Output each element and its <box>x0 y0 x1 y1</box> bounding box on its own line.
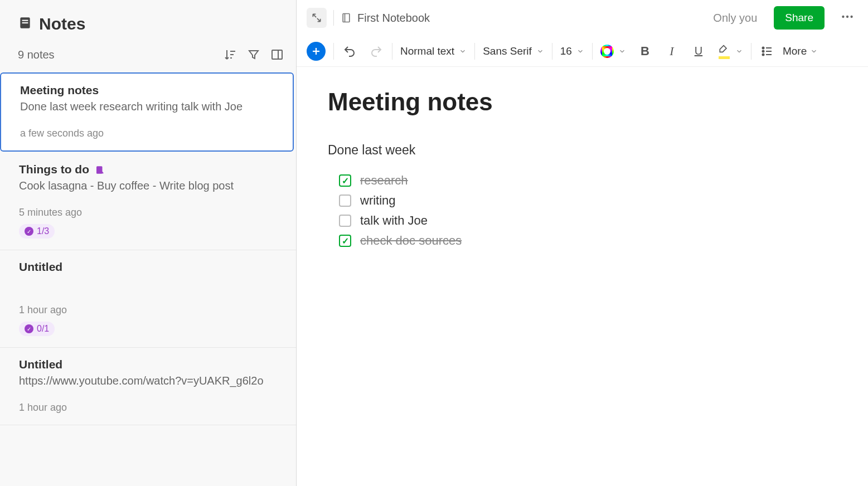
sidebar-subheader: 9 notes <box>0 41 296 71</box>
checklist-item[interactable]: ✓check doc sources <box>339 234 837 248</box>
more-formatting-button[interactable]: More <box>783 45 820 57</box>
chevron-down-icon <box>810 47 818 55</box>
checklist[interactable]: ✓researchwritingtalk with Joe✓check doc … <box>328 173 837 248</box>
note-item[interactable]: Things to doCook lasagna - Buy coffee - … <box>0 153 296 250</box>
note-item[interactable]: Meeting notesDone last week research wri… <box>0 72 294 152</box>
highlight-select[interactable] <box>714 42 746 60</box>
checklist-item[interactable]: talk with Joe <box>339 213 837 228</box>
checkmark-icon: ✓ <box>342 236 349 246</box>
chevron-down-icon <box>576 47 584 55</box>
notebook-link[interactable]: First Notebook <box>341 12 430 25</box>
chevron-down-icon <box>735 47 743 55</box>
note-list[interactable]: Meeting notesDone last week research wri… <box>0 71 296 486</box>
note-item-preview: Done last week research writing talk wit… <box>20 100 274 113</box>
sidebar-title: Notes <box>39 14 85 33</box>
task-progress-badge: ✓0/1 <box>19 322 55 336</box>
checkbox[interactable] <box>339 215 351 227</box>
notebook-name: First Notebook <box>357 12 430 25</box>
font-size-select[interactable]: 16 <box>557 43 588 60</box>
font-size-value: 16 <box>560 45 572 57</box>
divider <box>333 10 334 26</box>
note-item-preview <box>19 277 277 290</box>
color-circle-icon <box>600 45 614 58</box>
sort-button[interactable] <box>222 47 238 62</box>
checkbox[interactable] <box>339 195 351 207</box>
svg-rect-3 <box>272 50 282 59</box>
sidebar-tools <box>222 47 285 62</box>
note-item-time: 1 hour ago <box>19 402 277 414</box>
task-note-icon <box>95 165 105 177</box>
chevron-down-icon <box>618 47 626 55</box>
undo-button[interactable] <box>338 40 361 62</box>
filter-button[interactable] <box>246 47 261 62</box>
paragraph-style-select[interactable]: Normal text <box>397 43 470 60</box>
svg-rect-5 <box>96 166 103 174</box>
font-color-select[interactable] <box>597 42 629 60</box>
task-progress-badge: ✓1/3 <box>19 224 55 239</box>
separator <box>474 43 475 60</box>
note-item[interactable]: Untitled 1 hour ago✓0/1 <box>0 250 296 348</box>
note-item-time: a few seconds ago <box>20 128 274 139</box>
more-actions-button[interactable] <box>837 6 858 30</box>
svg-point-15 <box>762 50 764 52</box>
note-title[interactable]: Meeting notes <box>328 88 837 116</box>
chevron-down-icon <box>459 47 467 55</box>
note-item-time: 1 hour ago <box>19 304 277 316</box>
note-item-preview: https://www.youtube.com/watch?v=yUAKR_g6… <box>19 375 277 387</box>
separator <box>592 43 593 60</box>
checkbox[interactable]: ✓ <box>339 235 351 247</box>
editor-pane: First Notebook Only you Share Normal tex… <box>297 0 868 486</box>
svg-rect-2 <box>22 22 28 23</box>
note-item-title: Things to do <box>19 163 89 176</box>
more-label-text: More <box>783 45 807 57</box>
insert-button[interactable] <box>307 42 326 61</box>
note-item-title: Meeting notes <box>20 84 99 97</box>
font-family-select[interactable]: Sans Serif <box>479 43 547 60</box>
check-circle-icon: ✓ <box>25 227 33 236</box>
note-item[interactable]: Untitledhttps://www.youtube.com/watch?v=… <box>0 348 296 425</box>
checkbox[interactable]: ✓ <box>339 174 351 187</box>
note-item-preview: Cook lasagna - Buy coffee - Write blog p… <box>19 179 277 192</box>
visibility-label: Only you <box>713 12 757 25</box>
note-top-bar: First Notebook Only you Share <box>297 0 868 36</box>
note-item-title: Untitled <box>19 358 62 371</box>
underline-button[interactable]: U <box>687 40 710 62</box>
svg-rect-1 <box>22 20 28 21</box>
note-count: 9 notes <box>18 48 55 61</box>
paragraph-style-value: Normal text <box>400 45 454 57</box>
bullet-list-button[interactable] <box>756 40 778 62</box>
separator <box>552 43 552 60</box>
checklist-item[interactable]: ✓research <box>339 173 837 188</box>
bold-button[interactable]: B <box>634 40 656 62</box>
svg-point-17 <box>762 54 764 55</box>
task-progress-text: 1/3 <box>37 226 49 236</box>
font-family-value: Sans Serif <box>483 45 532 57</box>
notes-icon <box>18 16 32 32</box>
editor-toolbar: Normal text Sans Serif 16 B I U <box>297 36 868 67</box>
share-button[interactable]: Share <box>774 6 825 30</box>
svg-rect-6 <box>343 14 350 22</box>
note-item-title: Untitled <box>19 260 62 274</box>
svg-point-9 <box>846 16 848 18</box>
redo-button[interactable] <box>365 40 387 62</box>
chevron-down-icon <box>536 47 544 55</box>
svg-point-8 <box>842 16 844 18</box>
checklist-item[interactable]: writing <box>339 193 837 208</box>
note-item-time: 5 minutes ago <box>19 207 277 218</box>
editor-body[interactable]: Meeting notes Done last week ✓researchwr… <box>297 67 868 486</box>
separator <box>333 43 334 60</box>
separator <box>751 43 751 60</box>
sidebar-header: Notes <box>0 0 296 41</box>
expand-button[interactable] <box>307 8 327 28</box>
view-toggle-button[interactable] <box>269 47 285 62</box>
task-progress-text: 0/1 <box>37 324 49 334</box>
notebook-icon <box>341 12 352 24</box>
checkmark-icon: ✓ <box>342 176 349 186</box>
italic-button[interactable]: I <box>661 40 683 62</box>
checklist-item-text: check doc sources <box>360 234 462 248</box>
section-label[interactable]: Done last week <box>328 143 837 158</box>
checklist-item-text: talk with Joe <box>360 213 428 228</box>
svg-point-13 <box>762 47 764 48</box>
check-circle-icon: ✓ <box>25 324 33 333</box>
separator <box>392 43 392 60</box>
